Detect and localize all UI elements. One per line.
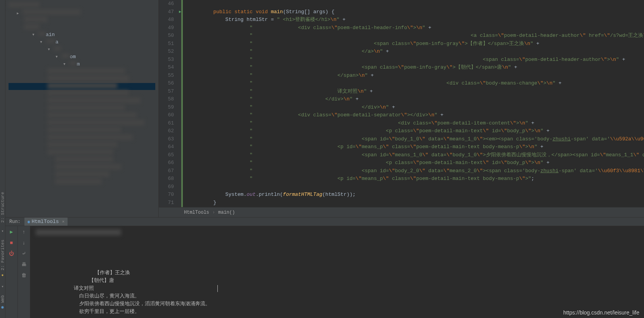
console-caret xyxy=(217,285,218,292)
run-config-tab[interactable]: ◉ HtmlTools × xyxy=(24,218,68,226)
run-toolbar-secondary: ↑ ↓ ⤶ 🖶 🗑 xyxy=(18,226,30,318)
tree-file[interactable]: om xyxy=(70,54,76,60)
left-tool-strip: 2: Structure ▾ ★ 2: Favorites ▾ ◉ Web xyxy=(0,0,5,318)
code-editor[interactable]: public static void main(String[] args) {… xyxy=(183,0,644,207)
structure-tool-btn[interactable]: 2: Structure xyxy=(0,192,5,223)
java-file-icon: ◉ xyxy=(28,219,30,224)
project-tree[interactable]: ▸ ▾ ain ▾ a ▾ ▾ om ▾ m xyxy=(5,0,159,217)
breadcrumb[interactable]: HtmlTools › main() xyxy=(159,207,644,217)
watermark-text: https://blog.csdn.net/leisure_life xyxy=(563,309,639,316)
favorites-tool-btn[interactable]: ★ 2: Favorites xyxy=(0,240,5,278)
run-gutter-icon[interactable]: ▶ xyxy=(177,9,183,14)
clear-button[interactable]: 🗑 xyxy=(21,272,28,279)
close-icon[interactable]: × xyxy=(62,219,65,224)
stop-button[interactable]: ■ xyxy=(8,239,15,246)
scroll-up-button[interactable]: ↑ xyxy=(21,228,28,235)
web-tool-btn[interactable]: ◉ Web xyxy=(0,295,5,310)
tree-file[interactable]: m xyxy=(77,61,80,67)
run-tool-window: Run: ◉ HtmlTools × ▶ ■ ⏻ ↑ ↓ ⤶ 🖶 xyxy=(5,217,644,318)
run-label: Run: xyxy=(5,219,24,225)
tree-root[interactable]: ain xyxy=(46,32,55,38)
rerun-button[interactable]: ▶ xyxy=(8,228,15,235)
print-button[interactable]: 🖶 xyxy=(21,261,28,268)
line-gutter[interactable]: 4647484950515253545556575859606162636465… xyxy=(159,0,177,207)
soft-wrap-button[interactable]: ⤶ xyxy=(21,250,28,257)
run-toolbar-primary: ▶ ■ ⏻ xyxy=(5,226,18,318)
breadcrumb-class[interactable]: HtmlTools xyxy=(184,210,209,215)
exit-button[interactable]: ⏻ xyxy=(8,250,15,257)
tree-sub[interactable]: a xyxy=(56,39,59,45)
scroll-down-button[interactable]: ↓ xyxy=(21,239,28,246)
breadcrumb-method[interactable]: main() xyxy=(218,210,235,215)
marker-strip: 💡 ▶ xyxy=(177,0,183,207)
console-output[interactable]: 【作者】王之涣 【朝代】唐 译文对照 白日依山尽，黄河入海流。 夕阳依傍着西山慢… xyxy=(30,226,644,318)
